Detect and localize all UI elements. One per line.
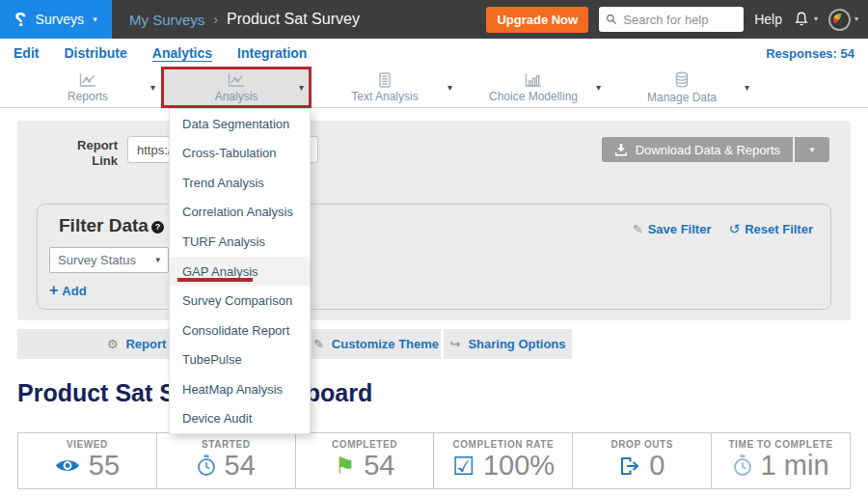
topbar-right: Upgrade Now Help ▾ ▾ bbox=[486, 7, 868, 33]
stat-completion-rate-number: 100% bbox=[483, 450, 555, 482]
dropout-exit-icon bbox=[619, 456, 640, 476]
database-icon bbox=[672, 71, 692, 89]
reset-filter-label: Reset Filter bbox=[745, 222, 813, 236]
reset-filter-button[interactable]: ↺ Reset Filter bbox=[728, 221, 813, 236]
save-filter-button[interactable]: ✎ Save Filter bbox=[633, 221, 712, 236]
tab-sharing-options[interactable]: ↪ Sharing Options bbox=[444, 329, 572, 359]
toolbar-reports-label: Reports bbox=[68, 90, 108, 103]
stat-completed-number: 54 bbox=[364, 450, 394, 482]
chevron-down-icon: ▾ bbox=[93, 15, 97, 24]
pencil-icon: ✎ bbox=[313, 337, 324, 351]
tab-customize-theme[interactable]: ✎ Customize Theme bbox=[312, 329, 441, 359]
download-options-caret-button[interactable]: ▾ bbox=[795, 137, 829, 162]
toolbar-choice-modelling[interactable]: Choice Modelling ▾ bbox=[459, 68, 608, 107]
stat-drop-outs-number: 0 bbox=[649, 450, 665, 482]
menu-item-gap-analysis-label: GAP Analysis bbox=[182, 264, 258, 279]
breadcrumb-separator: › bbox=[213, 12, 218, 27]
filter-data-title-text: Filter Data bbox=[59, 215, 149, 235]
stat-completion-rate-value: ☑ 100% bbox=[452, 450, 555, 482]
stat-time-to-complete-number: 1 min bbox=[761, 450, 829, 482]
nav-integration[interactable]: Integration bbox=[237, 45, 307, 61]
toolbar-text-analysis-label: Text Analysis bbox=[351, 90, 418, 103]
red-underline-annotation bbox=[177, 278, 253, 282]
menu-item-device-audit[interactable]: Device Audit bbox=[170, 403, 310, 433]
survey-status-value: Survey Status bbox=[58, 253, 136, 267]
share-icon: ↪ bbox=[449, 337, 460, 351]
save-filter-label: Save Filter bbox=[648, 222, 712, 236]
checkbox-icon: ☑ bbox=[452, 454, 475, 479]
menu-item-gap-analysis[interactable]: GAP Analysis bbox=[170, 257, 310, 287]
account-menu[interactable]: ▾ bbox=[828, 9, 858, 31]
menu-item-consolidate-report[interactable]: Consolidate Report bbox=[170, 316, 310, 345]
notifications-menu[interactable]: ▾ bbox=[793, 11, 818, 28]
breadcrumb: My Surveys › Product Sat Survey bbox=[129, 11, 360, 28]
line-chart-icon bbox=[227, 72, 246, 88]
stat-viewed-value: 55 bbox=[55, 450, 120, 482]
add-filter-button[interactable]: + Add bbox=[49, 282, 87, 299]
download-icon bbox=[614, 143, 628, 156]
menu-item-correlation-analysis[interactable]: Correlation Analysis bbox=[170, 198, 310, 228]
toolbar-manage-data-label: Manage Data bbox=[647, 91, 717, 104]
stat-viewed: VIEWED 55 bbox=[18, 433, 157, 488]
stat-started-value: 54 bbox=[197, 450, 256, 482]
chevron-down-icon: ▾ bbox=[745, 83, 749, 93]
stat-drop-outs-value: 0 bbox=[619, 450, 665, 482]
chevron-down-icon: ▾ bbox=[814, 15, 818, 23]
menu-item-heatmap-analysis[interactable]: HeatMap Analysis bbox=[170, 374, 310, 404]
download-button-label: Download Data & Reports bbox=[636, 143, 780, 157]
add-filter-label: Add bbox=[62, 284, 86, 298]
nav-analytics[interactable]: Analytics bbox=[152, 45, 212, 61]
help-link[interactable]: Help bbox=[754, 12, 782, 27]
download-data-reports-button[interactable]: Download Data & Reports bbox=[602, 137, 793, 162]
analytics-toolbar: Reports ▾ Analysis ▾ Text Analysis ▾ Cho… bbox=[0, 68, 868, 108]
stat-completed-value: ⚑ 54 bbox=[335, 450, 395, 482]
stopwatch-icon bbox=[197, 455, 216, 477]
help-search-box[interactable] bbox=[599, 7, 744, 32]
menu-item-trend-analysis[interactable]: Trend Analysis bbox=[170, 168, 310, 198]
stat-started-number: 54 bbox=[225, 450, 256, 482]
menu-item-survey-comparison[interactable]: Survey Comparison bbox=[170, 286, 310, 316]
chevron-down-icon: ▾ bbox=[596, 83, 601, 93]
help-tooltip-icon[interactable]: ? bbox=[151, 221, 164, 234]
tab-customize-theme-label: Customize Theme bbox=[332, 337, 439, 351]
toolbar-analysis-label: Analysis bbox=[215, 90, 258, 103]
toolbar-manage-data[interactable]: Manage Data ▾ bbox=[608, 68, 756, 107]
stat-viewed-label: VIEWED bbox=[67, 439, 108, 450]
toolbar-analysis[interactable]: Analysis ▾ bbox=[162, 68, 311, 107]
stat-started: STARTED 54 bbox=[157, 433, 296, 488]
chevron-down-icon: ▾ bbox=[448, 83, 452, 93]
menu-item-tubepulse[interactable]: TubePulse bbox=[170, 344, 310, 374]
survey-status-select[interactable]: Survey Status ▾ bbox=[49, 247, 169, 273]
menu-item-cross-tabulation[interactable]: Cross-Tabulation bbox=[170, 139, 310, 169]
stat-time-to-complete-value: 1 min bbox=[733, 450, 829, 482]
gears-icon: ⚙ bbox=[107, 337, 119, 351]
download-split-button: Download Data & Reports ▾ bbox=[602, 137, 829, 162]
survey-stats-strip: VIEWED 55 STARTED 54 COMPLETED ⚑ 54 COMP… bbox=[17, 432, 851, 489]
line-chart-icon bbox=[78, 72, 97, 88]
nav-distribute[interactable]: Distribute bbox=[64, 45, 126, 61]
filter-actions: ✎ Save Filter ↺ Reset Filter bbox=[633, 221, 813, 236]
stat-started-label: STARTED bbox=[202, 439, 251, 450]
stat-drop-outs-label: DROP OUTS bbox=[610, 439, 673, 450]
nav-edit[interactable]: Edit bbox=[14, 45, 39, 61]
toolbar-text-analysis[interactable]: Text Analysis ▾ bbox=[311, 68, 459, 107]
questionpro-analytics-page: ? Surveys ▾ My Surveys › Product Sat Sur… bbox=[0, 0, 868, 496]
tab-sharing-options-label: Sharing Options bbox=[468, 337, 565, 351]
reset-icon: ↺ bbox=[728, 221, 740, 236]
eye-icon bbox=[55, 457, 80, 474]
upgrade-now-button[interactable]: Upgrade Now bbox=[486, 7, 588, 33]
stopwatch-icon bbox=[733, 455, 752, 477]
toolbar-reports[interactable]: Reports ▾ bbox=[14, 68, 162, 107]
stat-completed: COMPLETED ⚑ 54 bbox=[296, 433, 435, 488]
plus-icon: + bbox=[49, 282, 58, 299]
search-input[interactable] bbox=[623, 13, 737, 27]
breadcrumb-my-surveys[interactable]: My Surveys bbox=[129, 12, 204, 28]
flag-icon: ⚑ bbox=[335, 455, 356, 478]
stat-completion-rate: COMPLETION RATE ☑ 100% bbox=[434, 433, 573, 488]
menu-item-data-segmentation[interactable]: Data Segmentation bbox=[170, 109, 310, 139]
product-switcher[interactable]: ? Surveys ▾ bbox=[0, 0, 112, 39]
product-switcher-label: Surveys bbox=[36, 12, 85, 27]
menu-item-turf-analysis[interactable]: TURF Analysis bbox=[170, 227, 310, 257]
report-panel: Report Link Download Data & Reports ▾ Fi… bbox=[17, 121, 851, 320]
chevron-down-icon: ▾ bbox=[150, 83, 155, 93]
